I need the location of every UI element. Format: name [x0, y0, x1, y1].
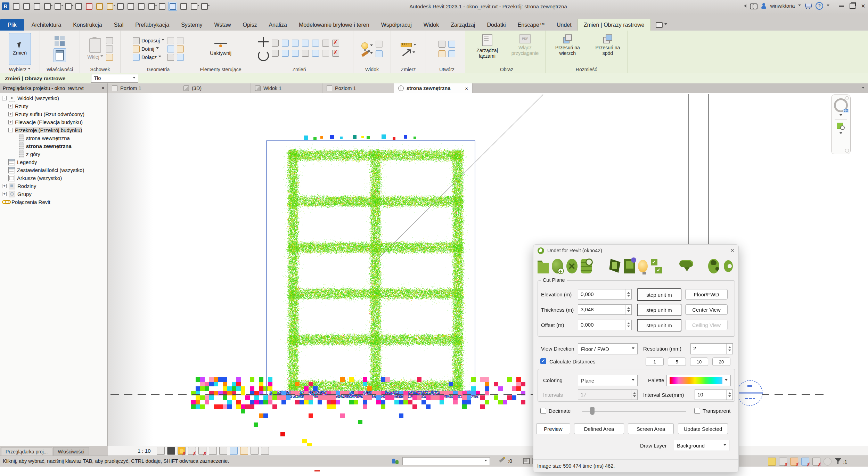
shadows-off-icon[interactable]	[188, 447, 196, 455]
step-unit-button[interactable]: step unit m	[637, 319, 681, 331]
hide-elements-icon[interactable]	[376, 41, 383, 48]
detail-level-icon[interactable]	[157, 447, 165, 455]
ribbon-tab[interactable]: Konstrukcja	[67, 19, 108, 31]
demolish-hammer-icon[interactable]	[177, 46, 184, 52]
design-options-icon[interactable]	[523, 458, 530, 464]
drag-on-selection-icon[interactable]	[812, 458, 820, 466]
view-tab[interactable]: strona zewnętrzna ×	[394, 83, 473, 93]
scale-icon[interactable]	[292, 50, 299, 57]
reveal-hidden-icon[interactable]	[240, 447, 248, 455]
cut-plane-side-button[interactable]: Center View	[685, 304, 728, 315]
resolution-input[interactable]: 2	[690, 343, 733, 354]
selection-settings-icon[interactable]	[824, 458, 832, 466]
tree-expander-icon[interactable]	[8, 112, 13, 116]
bring-to-front-button[interactable]: Przesuń na wierzch	[548, 34, 588, 56]
draw-layer-select[interactable]: Background	[674, 440, 729, 451]
modify-button[interactable]: Zmień	[9, 33, 31, 65]
tree-item[interactable]: Przekroje (Przekrój budynku)	[0, 126, 107, 134]
autodesk-store-icon[interactable]	[804, 3, 812, 9]
split-face-icon[interactable]	[167, 37, 174, 44]
recent-documents-icon[interactable]	[12, 2, 20, 10]
linework-brush-icon[interactable]	[361, 50, 369, 57]
cut-plane-spinner[interactable]	[625, 289, 631, 299]
paste-icon[interactable]	[89, 38, 101, 53]
preview-button[interactable]: Preview	[536, 423, 570, 434]
close-hidden-windows-icon[interactable]	[179, 2, 188, 10]
import-cloud-icon[interactable]	[679, 259, 690, 273]
draw-layer-options-dropdown[interactable]: Tło	[91, 74, 138, 83]
move-icon[interactable]	[258, 37, 269, 47]
wall-joins-icon[interactable]	[167, 46, 174, 52]
tree-item[interactable]: Grupy	[0, 190, 107, 198]
ribbon-tab[interactable]: Plik	[0, 19, 24, 31]
sync-icon[interactable]	[43, 2, 51, 10]
close-button[interactable]: ×	[861, 3, 865, 9]
cut-plane-side-button[interactable]: Floor/FWD	[685, 289, 728, 299]
coloring-select[interactable]: Plane	[578, 375, 638, 386]
ribbon-tab[interactable]: Stal	[108, 19, 130, 31]
ribbon-tab[interactable]: Analiza	[263, 19, 293, 31]
image-plane-icon[interactable]	[624, 259, 635, 273]
tree-expander-icon[interactable]	[2, 192, 7, 196]
tree-item[interactable]: Rodziny	[0, 182, 107, 190]
ribbon-tab[interactable]: Zmień | Obrazy rastrowe	[578, 19, 651, 31]
save-icon[interactable]	[33, 2, 41, 10]
cut-to-clipboard-icon[interactable]	[106, 37, 113, 44]
dock-tab[interactable]: Właściwości	[53, 447, 89, 456]
export-pdf-icon[interactable]	[85, 2, 93, 10]
join-button[interactable]: Dołącz	[133, 54, 164, 61]
view-tab[interactable]: (3D) ×	[179, 83, 251, 93]
tree-expander-icon[interactable]	[2, 184, 7, 188]
ribbon-tab[interactable]: Widok	[418, 19, 445, 31]
create-group-icon[interactable]	[439, 50, 445, 57]
match-type-icon[interactable]	[106, 54, 113, 61]
select-links-icon[interactable]	[768, 458, 776, 466]
override-graphics-icon[interactable]	[376, 50, 383, 57]
tree-expander-icon[interactable]	[2, 96, 7, 100]
undet-close-icon[interactable]: ×	[730, 247, 734, 254]
view-tab[interactable]: Poziom 1 ×	[322, 83, 394, 93]
split-with-gap-icon[interactable]	[322, 50, 329, 57]
light-icon[interactable]	[638, 260, 648, 272]
print-icon[interactable]	[74, 2, 83, 10]
cope-button[interactable]: Dopasuj	[133, 37, 164, 44]
delete-icon[interactable]	[332, 50, 339, 57]
switch-windows-icon[interactable]	[190, 2, 198, 10]
open-project-icon[interactable]	[538, 259, 549, 273]
ribbon-tab[interactable]: Systemy	[175, 19, 208, 31]
legend-component-icon[interactable]	[439, 41, 445, 48]
workset-dropdown[interactable]	[402, 457, 490, 465]
tree-item[interactable]: Legendy	[0, 158, 107, 166]
steering-wheel-menu-icon[interactable]	[840, 114, 842, 117]
open-icon[interactable]	[22, 2, 31, 10]
beam-joins-icon[interactable]	[167, 54, 174, 61]
tag-icon[interactable]	[126, 2, 135, 10]
unpin-icon[interactable]	[332, 40, 339, 47]
zoom-menu-icon[interactable]	[840, 132, 842, 136]
ribbon-tab[interactable]: Enscape™	[512, 19, 551, 31]
decimate-slider[interactable]	[582, 411, 686, 412]
step-unit-button[interactable]: step unit m	[637, 304, 681, 316]
resolution-preset-button[interactable]: 1	[646, 358, 664, 366]
temporary-hide-isolate-icon[interactable]	[230, 447, 238, 455]
undo-icon[interactable]	[54, 2, 62, 10]
section-icon[interactable]	[158, 2, 166, 10]
undet-dialog-titlebar[interactable]: Undet for Revit (okno42) ×	[533, 245, 738, 256]
interval-size-input[interactable]: 10	[695, 389, 733, 400]
matrix-align-icon[interactable]	[312, 50, 319, 57]
ribbon-tab[interactable]: Modelowanie bryłowe i teren	[293, 19, 375, 31]
tree-expander-icon[interactable]	[8, 120, 13, 124]
ruler-icon[interactable]	[401, 43, 412, 47]
user-avatar-icon[interactable]	[761, 3, 767, 9]
tree-item[interactable]: Połączenia Revit	[0, 198, 107, 206]
close-project-browser-icon[interactable]: ×	[101, 85, 105, 91]
reveal-constraints-icon[interactable]	[261, 447, 269, 455]
calculate-distances-checkbox[interactable]	[540, 358, 546, 364]
palette-select[interactable]	[666, 375, 731, 386]
ribbon-tab[interactable]: Undet	[551, 19, 578, 31]
decimate-checkbox[interactable]	[540, 408, 546, 414]
cut-plane-input[interactable]: 3,048	[578, 304, 632, 315]
help-icon[interactable]: ?	[816, 2, 823, 10]
user-menu-chevron-icon[interactable]	[798, 5, 801, 8]
project-browser-header[interactable]: Przeglądarka projektu - okno_revit.rvt ×	[0, 83, 108, 93]
